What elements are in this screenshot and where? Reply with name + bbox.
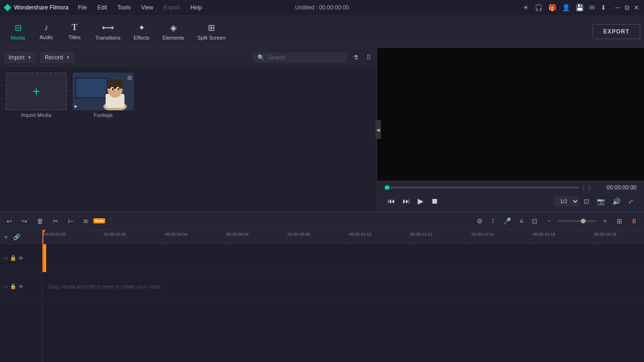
- clip-indicator: [42, 244, 46, 272]
- fit-screen-button[interactable]: ⊡: [529, 215, 540, 227]
- record-label: Record: [45, 54, 63, 61]
- zoom-in-button[interactable]: ＋: [599, 215, 611, 227]
- play-pause-button[interactable]: ▶: [415, 195, 426, 207]
- undo-button[interactable]: ↩: [4, 215, 15, 227]
- ruler-mark-4: 00:00:08:08: [288, 232, 310, 237]
- tab-effects[interactable]: ✦ Effects: [127, 20, 156, 43]
- ruler-tick-8: [533, 241, 533, 244]
- beta-badge: Beta: [93, 218, 105, 223]
- ruler-tick-5: [349, 241, 349, 244]
- quality-select[interactable]: 1/2: [554, 196, 579, 206]
- menu-tools[interactable]: Tools: [113, 2, 135, 13]
- restore-button[interactable]: ⧉: [623, 4, 631, 11]
- playback-controls: ⏮ ⏭ ▶ ⏹ 1/2 ⊡ 📷 🔊 ⤢: [385, 195, 636, 207]
- ruler-mark-8: 00:00:16:16: [533, 232, 555, 237]
- download-icon[interactable]: ⬇: [601, 4, 606, 11]
- progress-thumb: [385, 185, 389, 190]
- ai-button[interactable]: ≋: [80, 215, 91, 227]
- progress-track[interactable]: [385, 187, 579, 189]
- link-button[interactable]: 🔗: [13, 234, 20, 240]
- track-1-label: ▪ 1 🔒 👁: [0, 272, 42, 301]
- tab-transitions[interactable]: ⟷ Transitions: [89, 20, 127, 43]
- ruler-mark-1: 00:00:02:02: [104, 232, 126, 237]
- settings-button[interactable]: ⚙: [474, 215, 486, 227]
- toolbar-separator: [111, 216, 111, 226]
- effects-icon: ✦: [138, 23, 145, 33]
- frame-back-button[interactable]: ⏭: [400, 195, 413, 207]
- redo-button[interactable]: ↪: [19, 215, 30, 227]
- footage-thumb: ⊞ ▶: [73, 73, 134, 110]
- tab-audio[interactable]: ♪ Audio: [32, 20, 60, 43]
- svg-point-10: [112, 88, 114, 90]
- snapshot-icon[interactable]: 📷: [594, 196, 608, 207]
- track-labels: ＋ 🔗 ▪ 2 🔒 👁 ▪ 1 🔒 👁: [0, 230, 42, 362]
- mail-icon[interactable]: ✉: [589, 4, 595, 11]
- menu-view[interactable]: View: [136, 2, 158, 13]
- track-1-lock-icon[interactable]: 🔒: [10, 283, 17, 289]
- user-icon[interactable]: 👤: [562, 4, 570, 11]
- expand-icon[interactable]: ⤢: [625, 196, 636, 207]
- stop-button[interactable]: ⏹: [428, 195, 441, 207]
- bracket-out[interactable]: }: [588, 184, 590, 191]
- menu-edit[interactable]: Edit: [93, 2, 112, 13]
- ruler-mark-3: 00:00:06:06: [226, 232, 249, 237]
- ruler-mark-2: 00:00:04:04: [165, 232, 188, 237]
- mark-in-button[interactable]: ⊺: [488, 215, 497, 227]
- cut-button[interactable]: ✂: [50, 215, 61, 227]
- collapse-panel-button[interactable]: ◀: [375, 120, 381, 139]
- bracket-in[interactable]: {: [583, 184, 585, 191]
- record-dropdown[interactable]: Record ▼: [40, 52, 75, 63]
- add-track-button[interactable]: ＋: [3, 233, 9, 241]
- track-1-num: ▪ 1: [3, 284, 8, 289]
- import-media-item[interactable]: + Import Media: [6, 73, 67, 118]
- tab-splitscreen[interactable]: ⊞ Split Screen: [191, 20, 232, 43]
- export-button[interactable]: EXPORT: [593, 24, 640, 39]
- record-voice-button[interactable]: 🎤: [500, 215, 514, 227]
- toolbar: ⊟ Media ♪ Audio T Titles ⟷ Transitions ✦…: [0, 15, 644, 48]
- volume-icon[interactable]: 🔊: [610, 196, 623, 207]
- search-input[interactable]: [267, 54, 342, 61]
- effects-label: Effects: [133, 35, 149, 41]
- system-icons: ☀ 🎧 🎁 👤 💾 ✉ ⬇: [523, 4, 606, 11]
- skip-back-button[interactable]: ⏮: [385, 195, 398, 207]
- svg-rect-7: [107, 83, 123, 89]
- menu-help[interactable]: Help: [186, 2, 207, 13]
- minimize-button[interactable]: ─: [614, 4, 621, 11]
- track-1-eye-icon[interactable]: 👁: [18, 284, 24, 289]
- filter-button[interactable]: ⚗: [351, 53, 361, 62]
- brightness-icon[interactable]: ☀: [523, 4, 529, 11]
- ruler-row-label: ＋ 🔗: [0, 230, 42, 244]
- audio-mix-button[interactable]: ≡: [517, 215, 526, 227]
- fullscreen-preview-icon[interactable]: ⊡: [581, 196, 592, 207]
- menu-export[interactable]: Export: [159, 2, 185, 13]
- save-icon[interactable]: 💾: [576, 4, 584, 11]
- splitscreen-icon: ⊞: [208, 23, 215, 33]
- delete-button[interactable]: 🗑: [34, 215, 46, 227]
- track-2-eye-icon[interactable]: 👁: [18, 255, 24, 261]
- track-2-label: ▪ 2 🔒 👁: [0, 244, 42, 272]
- ruler-mark-9: 00:00:18:18: [594, 232, 617, 237]
- zoom-thumb[interactable]: [581, 219, 586, 223]
- tab-elements[interactable]: ◈ Elements: [156, 20, 191, 43]
- menu-file[interactable]: File: [73, 2, 91, 13]
- track-2-lock-icon[interactable]: 🔒: [10, 255, 17, 261]
- pause-timeline-button[interactable]: ⏸: [628, 215, 640, 227]
- zoom-slider[interactable]: [558, 220, 596, 222]
- grid-view-button[interactable]: ⠿: [364, 53, 373, 62]
- import-label: Import: [8, 54, 25, 61]
- split-button[interactable]: ⊢: [65, 215, 76, 227]
- ruler-tick-1: [104, 241, 104, 244]
- headphone-icon[interactable]: 🎧: [535, 4, 543, 11]
- tab-titles[interactable]: T Titles: [60, 20, 89, 43]
- close-button[interactable]: ✕: [633, 4, 640, 11]
- svg-point-11: [117, 88, 119, 90]
- fit-timeline-button[interactable]: ⊞: [614, 215, 625, 227]
- window-title: Untitled : 00:00:00:00: [295, 4, 349, 11]
- gift-icon[interactable]: 🎁: [548, 4, 556, 11]
- tab-media[interactable]: ⊟ Media: [4, 20, 32, 43]
- import-dropdown[interactable]: Import ▼: [4, 52, 36, 63]
- zoom-out-button[interactable]: －: [543, 215, 555, 227]
- footage-item[interactable]: ⊞ ▶ Footage: [73, 73, 134, 118]
- import-chevron: ▼: [27, 55, 32, 60]
- timeline-ruler: 00:00:00:00 00:00:02:02 00:00:04:04 00:0…: [42, 230, 644, 244]
